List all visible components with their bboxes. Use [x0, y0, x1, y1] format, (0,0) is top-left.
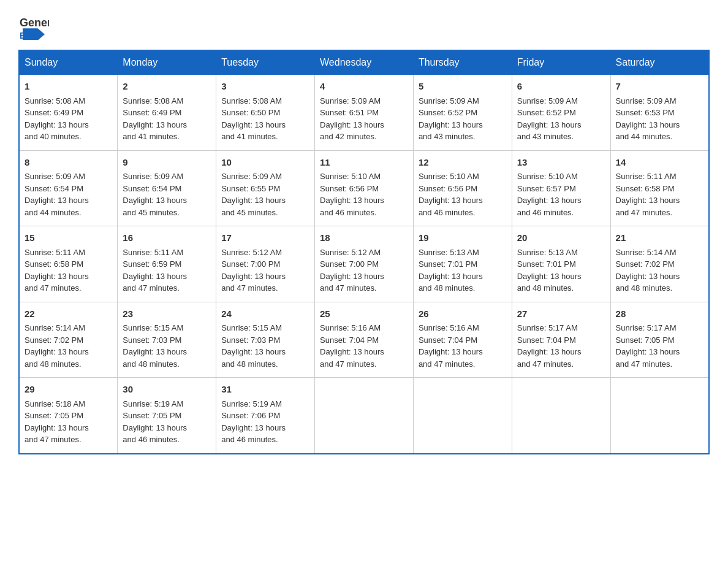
- calendar-cell: 23Sunrise: 5:15 AMSunset: 7:03 PMDayligh…: [118, 302, 216, 378]
- day-number: 18: [320, 231, 408, 245]
- logo-icon: General Blue: [18, 12, 49, 40]
- calendar-cell: 18Sunrise: 5:12 AMSunset: 7:00 PMDayligh…: [315, 226, 414, 302]
- calendar-cell: 13Sunrise: 5:10 AMSunset: 6:57 PMDayligh…: [512, 150, 610, 226]
- day-number: 23: [123, 307, 211, 321]
- weekday-header-saturday: Saturday: [610, 50, 709, 75]
- day-info: Sunrise: 5:09 AMSunset: 6:54 PMDaylight:…: [25, 172, 89, 217]
- day-info: Sunrise: 5:09 AMSunset: 6:52 PMDaylight:…: [517, 96, 582, 142]
- calendar-cell: 16Sunrise: 5:11 AMSunset: 6:59 PMDayligh…: [118, 226, 216, 302]
- day-info: Sunrise: 5:11 AMSunset: 6:58 PMDaylight:…: [25, 248, 89, 293]
- day-number: 13: [517, 156, 605, 170]
- day-info: Sunrise: 5:16 AMSunset: 7:04 PMDaylight:…: [419, 323, 483, 369]
- day-number: 19: [419, 231, 507, 245]
- calendar-cell: 20Sunrise: 5:13 AMSunset: 7:01 PMDayligh…: [512, 226, 610, 302]
- day-number: 22: [25, 307, 112, 321]
- calendar-cell: 28Sunrise: 5:17 AMSunset: 7:05 PMDayligh…: [610, 302, 709, 378]
- weekday-header-friday: Friday: [512, 50, 610, 75]
- day-info: Sunrise: 5:19 AMSunset: 7:05 PMDaylight:…: [123, 399, 187, 445]
- day-info: Sunrise: 5:13 AMSunset: 7:01 PMDaylight:…: [517, 248, 582, 293]
- weekday-header-tuesday: Tuesday: [216, 50, 315, 75]
- day-number: 9: [123, 156, 211, 170]
- day-info: Sunrise: 5:17 AMSunset: 7:04 PMDaylight:…: [517, 323, 582, 369]
- day-info: Sunrise: 5:09 AMSunset: 6:55 PMDaylight:…: [221, 172, 286, 217]
- day-number: 27: [517, 307, 605, 321]
- calendar-cell: 31Sunrise: 5:19 AMSunset: 7:06 PMDayligh…: [216, 378, 315, 454]
- day-info: Sunrise: 5:10 AMSunset: 6:56 PMDaylight:…: [320, 172, 384, 217]
- day-number: 20: [517, 231, 605, 245]
- day-number: 7: [616, 80, 703, 94]
- calendar-cell: 6Sunrise: 5:09 AMSunset: 6:52 PMDaylight…: [512, 75, 610, 151]
- calendar-cell: 7Sunrise: 5:09 AMSunset: 6:53 PMDaylight…: [610, 75, 709, 151]
- day-number: 14: [616, 156, 703, 170]
- calendar-cell: 8Sunrise: 5:09 AMSunset: 6:54 PMDaylight…: [19, 150, 118, 226]
- calendar-cell: 9Sunrise: 5:09 AMSunset: 6:54 PMDaylight…: [118, 150, 216, 226]
- calendar-cell: 27Sunrise: 5:17 AMSunset: 7:04 PMDayligh…: [512, 302, 610, 378]
- svg-text:Blue: Blue: [20, 31, 39, 40]
- day-info: Sunrise: 5:12 AMSunset: 7:00 PMDaylight:…: [320, 248, 384, 293]
- calendar-week-row: 29Sunrise: 5:18 AMSunset: 7:05 PMDayligh…: [19, 378, 709, 454]
- day-number: 31: [221, 383, 309, 397]
- calendar-header-row: SundayMondayTuesdayWednesdayThursdayFrid…: [19, 50, 709, 75]
- calendar-cell: 14Sunrise: 5:11 AMSunset: 6:58 PMDayligh…: [610, 150, 709, 226]
- calendar-cell: 30Sunrise: 5:19 AMSunset: 7:05 PMDayligh…: [118, 378, 216, 454]
- svg-text:General: General: [20, 17, 49, 29]
- logo: General Blue: [18, 12, 50, 40]
- day-info: Sunrise: 5:09 AMSunset: 6:53 PMDaylight:…: [616, 96, 680, 142]
- calendar-cell: 4Sunrise: 5:09 AMSunset: 6:51 PMDaylight…: [315, 75, 414, 151]
- day-number: 1: [25, 80, 112, 94]
- day-number: 4: [320, 80, 408, 94]
- weekday-header-wednesday: Wednesday: [315, 50, 414, 75]
- calendar-cell: 25Sunrise: 5:16 AMSunset: 7:04 PMDayligh…: [315, 302, 414, 378]
- day-info: Sunrise: 5:13 AMSunset: 7:01 PMDaylight:…: [419, 248, 483, 293]
- calendar-cell: [315, 378, 414, 454]
- calendar-cell: 15Sunrise: 5:11 AMSunset: 6:58 PMDayligh…: [19, 226, 118, 302]
- page-header: General Blue: [18, 12, 710, 40]
- calendar-cell: [512, 378, 610, 454]
- day-number: 15: [25, 231, 112, 245]
- day-info: Sunrise: 5:10 AMSunset: 6:56 PMDaylight:…: [419, 172, 483, 217]
- day-info: Sunrise: 5:11 AMSunset: 6:59 PMDaylight:…: [123, 248, 187, 293]
- weekday-header-sunday: Sunday: [19, 50, 118, 75]
- day-info: Sunrise: 5:08 AMSunset: 6:49 PMDaylight:…: [123, 96, 187, 142]
- day-info: Sunrise: 5:14 AMSunset: 7:02 PMDaylight:…: [616, 248, 680, 293]
- day-number: 5: [419, 80, 507, 94]
- day-info: Sunrise: 5:10 AMSunset: 6:57 PMDaylight:…: [517, 172, 582, 217]
- day-info: Sunrise: 5:09 AMSunset: 6:52 PMDaylight:…: [419, 96, 483, 142]
- day-number: 21: [616, 231, 703, 245]
- calendar-cell: [413, 378, 512, 454]
- calendar-cell: 21Sunrise: 5:14 AMSunset: 7:02 PMDayligh…: [610, 226, 709, 302]
- day-number: 10: [221, 156, 309, 170]
- calendar-cell: 2Sunrise: 5:08 AMSunset: 6:49 PMDaylight…: [118, 75, 216, 151]
- day-info: Sunrise: 5:09 AMSunset: 6:51 PMDaylight:…: [320, 96, 384, 142]
- day-info: Sunrise: 5:11 AMSunset: 6:58 PMDaylight:…: [616, 172, 680, 217]
- day-number: 2: [123, 80, 211, 94]
- day-number: 6: [517, 80, 605, 94]
- calendar-table: SundayMondayTuesdayWednesdayThursdayFrid…: [18, 50, 710, 454]
- calendar-cell: 1Sunrise: 5:08 AMSunset: 6:49 PMDaylight…: [19, 75, 118, 151]
- calendar-cell: 12Sunrise: 5:10 AMSunset: 6:56 PMDayligh…: [413, 150, 512, 226]
- calendar-week-row: 8Sunrise: 5:09 AMSunset: 6:54 PMDaylight…: [19, 150, 709, 226]
- weekday-header-thursday: Thursday: [413, 50, 512, 75]
- calendar-cell: 3Sunrise: 5:08 AMSunset: 6:50 PMDaylight…: [216, 75, 315, 151]
- day-number: 29: [25, 383, 112, 397]
- day-number: 26: [419, 307, 507, 321]
- calendar-cell: 10Sunrise: 5:09 AMSunset: 6:55 PMDayligh…: [216, 150, 315, 226]
- day-number: 17: [221, 231, 309, 245]
- day-info: Sunrise: 5:12 AMSunset: 7:00 PMDaylight:…: [221, 248, 286, 293]
- day-info: Sunrise: 5:17 AMSunset: 7:05 PMDaylight:…: [616, 323, 680, 369]
- day-number: 24: [221, 307, 309, 321]
- day-number: 12: [419, 156, 507, 170]
- calendar-cell: 17Sunrise: 5:12 AMSunset: 7:00 PMDayligh…: [216, 226, 315, 302]
- day-info: Sunrise: 5:15 AMSunset: 7:03 PMDaylight:…: [221, 323, 286, 369]
- day-info: Sunrise: 5:19 AMSunset: 7:06 PMDaylight:…: [221, 399, 286, 445]
- day-info: Sunrise: 5:08 AMSunset: 6:49 PMDaylight:…: [25, 96, 89, 142]
- day-info: Sunrise: 5:14 AMSunset: 7:02 PMDaylight:…: [25, 323, 89, 369]
- day-number: 8: [25, 156, 112, 170]
- day-number: 25: [320, 307, 408, 321]
- day-info: Sunrise: 5:16 AMSunset: 7:04 PMDaylight:…: [320, 323, 384, 369]
- calendar-week-row: 1Sunrise: 5:08 AMSunset: 6:49 PMDaylight…: [19, 75, 709, 151]
- day-info: Sunrise: 5:15 AMSunset: 7:03 PMDaylight:…: [123, 323, 187, 369]
- calendar-cell: 26Sunrise: 5:16 AMSunset: 7:04 PMDayligh…: [413, 302, 512, 378]
- day-number: 11: [320, 156, 408, 170]
- calendar-cell: 22Sunrise: 5:14 AMSunset: 7:02 PMDayligh…: [19, 302, 118, 378]
